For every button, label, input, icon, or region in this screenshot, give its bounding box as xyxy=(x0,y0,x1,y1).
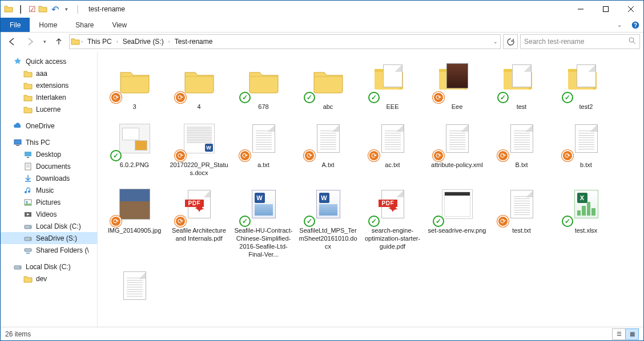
svg-rect-16 xyxy=(25,249,31,251)
sidebar[interactable]: Quick accessaaaextensionsInterlakenLucer… xyxy=(1,52,98,327)
file-item[interactable]: ✓678 xyxy=(231,58,296,113)
undo-icon[interactable]: ↶ xyxy=(50,4,60,14)
file-item[interactable]: ⟳B.txt xyxy=(489,116,554,180)
tab-share[interactable]: Share xyxy=(66,18,103,32)
nav-up-button[interactable] xyxy=(51,34,67,50)
breadcrumb[interactable]: SeaDrive (S:) xyxy=(119,35,167,48)
sidebar-item[interactable]: extensions xyxy=(1,79,97,91)
down-icon xyxy=(23,174,33,183)
search-input[interactable]: Search test-rename xyxy=(520,34,640,49)
file-item[interactable]: ✓set-seadrive-env.png xyxy=(425,181,489,261)
file-thumbnail: ✓ xyxy=(112,118,157,159)
expand-ribbon-icon[interactable]: ⌄ xyxy=(611,18,627,32)
svg-rect-4 xyxy=(14,140,21,144)
file-item[interactable]: PDF⟳Seafile Architecture and Internals.p… xyxy=(167,181,231,261)
large-icons-view-button[interactable]: ▦ xyxy=(625,328,639,340)
help-icon[interactable]: ? xyxy=(627,18,643,32)
file-thumbnail: PDF⟳ xyxy=(177,184,222,225)
file-label: search-engine-optimization-starter-guide… xyxy=(363,227,423,250)
file-tab[interactable]: File xyxy=(1,18,30,32)
file-label: 6.0.2.PNG xyxy=(120,161,149,169)
sidebar-item[interactable]: Videos xyxy=(1,208,97,220)
sidebar-item[interactable]: Documents xyxy=(1,160,97,172)
file-label: B.txt xyxy=(515,161,528,169)
address-bar[interactable]: › This PC › SeaDrive (S:) › Test-rename … xyxy=(69,34,501,49)
qat-dropdown-icon[interactable]: ▾ xyxy=(61,4,71,14)
sync-badge-orange: ⟳ xyxy=(175,150,186,161)
file-label: 20170220_PR_Status.docx xyxy=(169,161,230,177)
file-item[interactable]: ⟳3 xyxy=(102,58,167,113)
minimize-button[interactable] xyxy=(568,1,593,18)
breadcrumb[interactable]: Test-rename xyxy=(171,35,216,48)
file-label: 678 xyxy=(258,103,268,111)
file-item[interactable]: ⟳a.txt xyxy=(231,116,296,180)
sidebar-item[interactable]: aaa xyxy=(1,67,97,79)
file-item[interactable]: W⟳20170220_PR_Status.docx xyxy=(167,116,231,180)
file-item[interactable]: ✓6.0.2.PNG xyxy=(102,116,167,180)
sidebar-item[interactable]: Interlaken xyxy=(1,91,97,103)
folder-icon xyxy=(23,105,33,114)
folder-icon xyxy=(23,274,33,283)
file-item[interactable]: ⟳test.txt xyxy=(489,181,554,261)
file-pane[interactable]: ⟳3⟳4✓678✓abc✓EEE⟳Eee✓test✓test2✓6.0.2.PN… xyxy=(98,52,643,327)
sidebar-item-label: Quick access xyxy=(26,58,66,66)
file-item[interactable]: ⟳b.txt xyxy=(554,116,618,180)
details-view-button[interactable]: ☰ xyxy=(612,328,626,340)
checkbox-properties-icon[interactable]: ☑ xyxy=(27,4,37,14)
file-item[interactable]: ⟳attribute-policy.xml xyxy=(425,116,489,180)
nav-forward-button[interactable] xyxy=(22,34,38,50)
file-item[interactable]: PDF✓search-engine-optimization-starter-g… xyxy=(360,181,425,261)
nav-history-dropdown[interactable]: ▾ xyxy=(41,34,49,50)
svg-rect-0 xyxy=(603,7,609,12)
address-history-dropdown[interactable]: ⌄ xyxy=(493,39,498,44)
folder-icon xyxy=(23,69,33,78)
sidebar-item[interactable]: Lucerne xyxy=(1,103,97,115)
file-item[interactable] xyxy=(102,263,167,311)
sidebar-item-label: Downloads xyxy=(36,174,70,182)
file-item[interactable]: W✓Seafile-HU-Contract-Chinese-Simplified… xyxy=(231,181,296,261)
file-item[interactable]: ⟳4 xyxy=(167,58,231,113)
sidebar-item[interactable]: Music xyxy=(1,184,97,196)
sidebar-item[interactable]: This PC xyxy=(1,136,97,148)
svg-rect-8 xyxy=(25,163,31,170)
nav-back-button[interactable] xyxy=(4,34,20,50)
tab-home[interactable]: Home xyxy=(30,18,66,32)
file-item[interactable]: ✓abc xyxy=(296,58,360,113)
sidebar-item-label: dev xyxy=(36,275,47,283)
file-item[interactable]: ⟳Eee xyxy=(425,58,489,113)
sidebar-item[interactable]: Desktop xyxy=(1,148,97,160)
sidebar-item[interactable]: Local Disk (C:) xyxy=(1,220,97,232)
refresh-button[interactable] xyxy=(503,34,518,49)
file-thumbnail: ⟳ xyxy=(435,60,480,101)
folder-icon xyxy=(71,36,80,47)
sidebar-item[interactable]: Pictures xyxy=(1,196,97,208)
file-item[interactable]: ⟳ac.txt xyxy=(360,116,425,180)
sidebar-item[interactable]: Local Disk (C:) xyxy=(1,261,97,273)
sidebar-item[interactable]: Shared Folders (\ xyxy=(1,244,97,256)
file-item[interactable]: ✓test xyxy=(489,58,554,113)
file-item[interactable]: X✓test.xlsx xyxy=(554,181,618,261)
file-item[interactable]: ✓EEE xyxy=(360,58,425,113)
drive-icon xyxy=(23,222,33,231)
tab-view[interactable]: View xyxy=(103,18,136,32)
sidebar-item[interactable]: OneDrive xyxy=(1,120,97,132)
sync-badge-green: ✓ xyxy=(497,92,509,103)
maximize-button[interactable] xyxy=(593,1,618,18)
sidebar-item[interactable]: dev xyxy=(1,273,97,285)
file-item[interactable]: ✓test2 xyxy=(554,58,618,113)
file-thumbnail: ⟳ xyxy=(242,118,286,159)
navbar: ▾ › This PC › SeaDrive (S:) › Test-renam… xyxy=(1,33,643,52)
file-item[interactable]: ⟳A.txt xyxy=(296,116,360,180)
sidebar-item[interactable]: Downloads xyxy=(1,172,97,184)
file-thumbnail: ✓ xyxy=(371,60,415,101)
file-item[interactable]: ⟳IMG_20140905.jpg xyxy=(102,181,167,261)
sidebar-item[interactable]: Quick access xyxy=(1,55,97,67)
breadcrumb[interactable]: This PC xyxy=(84,35,115,48)
ribbon: File Home Share View ⌄ ? xyxy=(1,18,643,33)
close-button[interactable] xyxy=(618,1,643,18)
file-item[interactable]: W✓SeafileLtd_MPS_TermSheet20161010.docx xyxy=(296,181,360,261)
doc-icon xyxy=(23,162,33,171)
sidebar-item[interactable]: SeaDrive (S:) xyxy=(1,232,97,244)
sync-badge-orange: ⟳ xyxy=(175,92,186,103)
file-thumbnail: ⟳ xyxy=(112,184,157,225)
